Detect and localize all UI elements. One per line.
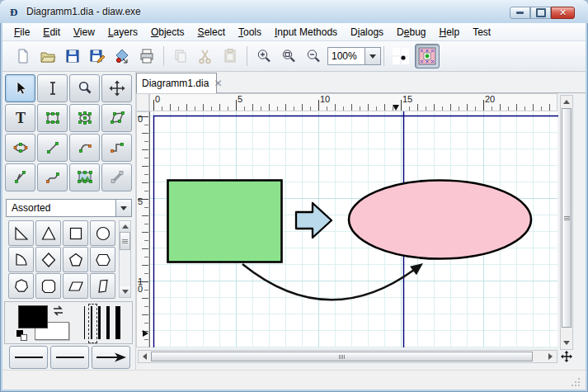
- line-tool-button[interactable]: [37, 134, 68, 162]
- sheet-dropdown-button[interactable]: [116, 199, 132, 217]
- shape-circle[interactable]: [90, 220, 115, 246]
- tab-close-icon[interactable]: ✕: [214, 78, 222, 89]
- magnify-tool-button[interactable]: [69, 74, 100, 102]
- status-bar: [2, 370, 586, 390]
- shape-sheared-quad[interactable]: [90, 273, 115, 299]
- snap-to-objects-toggle[interactable]: [415, 44, 440, 68]
- horizontal-scrollbar-thumb[interactable]: [151, 352, 533, 361]
- export-button[interactable]: [111, 45, 133, 67]
- plain-line-icon: [13, 352, 45, 362]
- curved-connector[interactable]: [242, 259, 426, 300]
- shape-triangle[interactable]: [35, 220, 61, 246]
- shape-hexagon[interactable]: [90, 247, 115, 272]
- diagram-canvas[interactable]: [149, 111, 557, 347]
- zoom-in-button[interactable]: [253, 45, 275, 67]
- menu-tools[interactable]: Tools: [232, 25, 268, 40]
- shape-heptagon[interactable]: [8, 273, 34, 299]
- sheet-selected-value[interactable]: Assorted: [6, 199, 116, 217]
- vertical-scrollbar[interactable]: [560, 95, 573, 350]
- arrow-line-icon: [95, 352, 128, 363]
- beziergon-tool-button[interactable]: [5, 134, 35, 162]
- zoom-dropdown-button[interactable]: [365, 47, 381, 65]
- line-width-1[interactable]: [84, 306, 85, 339]
- copy-button[interactable]: [170, 45, 191, 67]
- menu-input-methods[interactable]: Input Methods: [268, 25, 344, 40]
- new-file-button[interactable]: [12, 45, 34, 67]
- zoom-fit-button[interactable]: [278, 45, 299, 67]
- bezierline-tool-button[interactable]: [37, 163, 68, 191]
- ellipse-tool-button[interactable]: [69, 104, 100, 132]
- text-tool-button[interactable]: T: [5, 104, 35, 132]
- green-rectangle-shape[interactable]: [168, 181, 282, 262]
- shape-diamond[interactable]: [35, 247, 61, 272]
- default-colors-icon[interactable]: [16, 330, 28, 341]
- minimize-button[interactable]: [510, 7, 530, 19]
- circle-icon: [94, 224, 112, 243]
- vertical-scrollbar-thumb[interactable]: [562, 108, 572, 328]
- close-button[interactable]: ✕: [551, 7, 575, 19]
- scroll-up-button[interactable]: [562, 97, 572, 107]
- polyline-tool-button[interactable]: [5, 163, 35, 191]
- modify-tool-button[interactable]: [5, 74, 35, 102]
- blue-arrow-shape[interactable]: [296, 203, 332, 238]
- paste-button[interactable]: [219, 45, 241, 67]
- toolbox-panel: T Assorted: [2, 72, 136, 370]
- pan-canvas-button[interactable]: [560, 350, 573, 363]
- horizontal-scrollbar[interactable]: [138, 350, 557, 363]
- shape-pentagon[interactable]: [63, 247, 88, 272]
- restore-button[interactable]: [530, 7, 551, 19]
- swap-colors-icon[interactable]: [51, 305, 66, 318]
- menu-select[interactable]: Select: [191, 25, 232, 40]
- menu-dialogs[interactable]: Dialogs: [344, 25, 390, 40]
- open-button[interactable]: [37, 45, 59, 67]
- line-width-4[interactable]: [106, 306, 110, 339]
- menu-view[interactable]: View: [67, 25, 101, 40]
- print-button[interactable]: [136, 45, 158, 67]
- zigzag-line-icon: [108, 139, 126, 157]
- shape-quarter-circle[interactable]: [8, 247, 34, 272]
- polygon-tool-button[interactable]: [101, 104, 132, 132]
- arrow-start-style-button[interactable]: [9, 346, 48, 369]
- cut-button[interactable]: [195, 45, 216, 67]
- title-bar[interactable]: Đ Diagramm1.dia - diaw.exe ✕: [0, 0, 588, 23]
- scroll-right-button[interactable]: [545, 352, 556, 361]
- zoom-out-button[interactable]: [303, 45, 324, 67]
- box-tool-button[interactable]: [37, 104, 68, 132]
- foreground-color-swatch[interactable]: [18, 305, 48, 328]
- shape-octagon[interactable]: [35, 273, 61, 299]
- palette-scrollbar-thumb[interactable]: [120, 232, 130, 250]
- snap-to-grid-toggle[interactable]: [390, 45, 412, 67]
- shape-parallelogram[interactable]: [63, 273, 88, 299]
- menu-edit[interactable]: Edit: [36, 25, 67, 40]
- textedit-tool-button[interactable]: [37, 74, 68, 102]
- menu-objects[interactable]: Objects: [144, 25, 191, 40]
- image-tool-button[interactable]: [69, 163, 100, 191]
- menu-file[interactable]: File: [7, 25, 36, 40]
- arc-tool-button[interactable]: [69, 134, 100, 162]
- palette-scroll-up-button[interactable]: [120, 221, 130, 232]
- pink-ellipse-shape[interactable]: [349, 181, 531, 259]
- menu-help[interactable]: Help: [432, 25, 466, 40]
- sheet-selector: Assorted: [6, 199, 132, 217]
- palette-scroll-down-button[interactable]: [120, 286, 130, 297]
- line-width-5[interactable]: [115, 306, 120, 339]
- outline-tool-button[interactable]: [101, 163, 132, 191]
- menu-debug[interactable]: Debug: [390, 25, 432, 40]
- menu-layers[interactable]: Layers: [101, 25, 144, 40]
- menu-test[interactable]: Test: [466, 25, 497, 40]
- line-style-button[interactable]: [50, 346, 89, 369]
- save-button[interactable]: [62, 45, 83, 67]
- tab-diagramm1[interactable]: Diagramm1.dia ✕: [136, 73, 217, 93]
- palette-scrollbar[interactable]: [119, 220, 131, 298]
- shape-square[interactable]: [63, 220, 88, 246]
- arrow-end-style-button[interactable]: [92, 346, 130, 369]
- shape-right-triangle[interactable]: [8, 220, 34, 246]
- scroll-down-button[interactable]: [562, 338, 572, 348]
- zoom-level-input[interactable]: [327, 47, 365, 65]
- scroll-left-button[interactable]: [139, 352, 150, 361]
- zigzagline-tool-button[interactable]: [101, 134, 132, 162]
- line-width-3[interactable]: [98, 306, 101, 339]
- resize-grip-icon[interactable]: [570, 376, 581, 387]
- scroll-tool-button[interactable]: [101, 74, 132, 102]
- save-as-button[interactable]: [87, 45, 108, 67]
